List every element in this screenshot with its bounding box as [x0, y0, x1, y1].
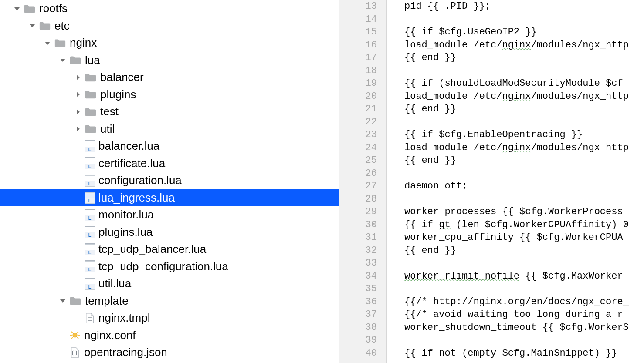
lua-icon	[85, 226, 95, 238]
code-line[interactable]: {{/* avoid waiting too long during a r	[404, 308, 644, 321]
code-line[interactable]: load_module /etc/nginx/modules/ngx_http	[404, 141, 644, 155]
disclosure-expanded-icon[interactable]	[59, 56, 67, 64]
code-line[interactable]: {{ end }}	[404, 244, 644, 257]
tree-row-tcp-udp-balancer-lua[interactable]: tcp_udp_balancer.lua	[0, 241, 339, 258]
code-text: pid {{ .PID }};	[404, 1, 491, 12]
code-line[interactable]	[404, 257, 644, 270]
code-line[interactable]: {{ end }}	[404, 154, 644, 167]
tree-row-etc[interactable]: etc	[0, 17, 339, 35]
code-line[interactable]: {{ end }}	[404, 103, 644, 116]
code-line[interactable]: worker_cpu_affinity {{ $cfg.WorkerCPUA	[404, 231, 644, 244]
code-line[interactable]: {{ if (shouldLoadModSecurityModule $cf	[404, 77, 644, 90]
code-line[interactable]: {{ if not (empty $cfg.MainSnippet) }}	[404, 347, 644, 360]
lua-icon	[85, 140, 95, 152]
code-text: {{ if not (empty $cfg.MainSnippet) }}	[404, 348, 617, 359]
disclosure-expanded-icon[interactable]	[59, 297, 67, 305]
code-line[interactable]	[404, 334, 644, 347]
gutter-line-number: 16	[339, 39, 386, 52]
code-line[interactable]	[404, 13, 644, 26]
editor-code-area[interactable]: pid {{ .PID }}; {{ if $cfg.UseGeoIP2 }}l…	[387, 0, 644, 363]
gutter-line-number: 31	[339, 231, 386, 244]
gutter-line-number: 28	[339, 193, 386, 206]
gutter-line-number: 14	[339, 13, 386, 26]
code-text: {{ if $cfg.UseGeoIP2 }}	[404, 27, 537, 37]
disclosure-expanded-icon[interactable]	[28, 22, 36, 30]
tree-row-balancer-lua[interactable]: balancer.lua	[0, 138, 339, 155]
tree-row-tcp-udp-configuration-lua[interactable]: tcp_udp_configuration.lua	[0, 258, 339, 276]
tree-row-opentracing-json[interactable]: opentracing.json	[0, 344, 339, 361]
lua-icon	[85, 157, 95, 169]
gutter-line-number: 18	[339, 64, 386, 77]
tree-row-template[interactable]: template	[0, 292, 339, 310]
code-line[interactable]	[404, 64, 644, 77]
code-line[interactable]: {{ if $cfg.UseGeoIP2 }}	[404, 26, 644, 39]
gutter-line-number: 13	[339, 0, 386, 13]
tree-row-monitor-lua[interactable]: monitor.lua	[0, 206, 339, 224]
tree-row-nginx[interactable]: nginx	[0, 34, 339, 52]
code-text: worker_cpu_affinity {{ $cfg.WorkerCPUA	[404, 232, 623, 243]
code-text: {{/* http://nginx.org/en/docs/ngx_core_	[404, 296, 629, 307]
code-line[interactable]	[404, 167, 644, 180]
conf-icon	[69, 329, 81, 341]
gutter-line-number: 17	[339, 51, 386, 64]
disclosure-expanded-icon[interactable]	[44, 39, 51, 47]
folder-icon	[24, 3, 36, 15]
disclosure-collapsed-icon[interactable]	[74, 125, 82, 133]
tree-row-nginx-tmpl[interactable]: nginx.tmpl	[0, 309, 339, 327]
gutter-line-number: 27	[339, 180, 386, 193]
code-line[interactable]: {{/* http://nginx.org/en/docs/ngx_core_	[404, 296, 644, 309]
disclosure-collapsed-icon[interactable]	[74, 74, 82, 81]
code-text: {{ if $cfg.EnableOpentracing }}	[404, 129, 583, 140]
gutter-line-number: 37	[339, 308, 386, 321]
tree-row-plugins[interactable]: plugins	[0, 86, 339, 104]
gutter-line-number: 25	[339, 154, 386, 167]
editor-panel: 1314151617181920212223242526272829303132…	[339, 0, 644, 363]
tree-row-plugins-lua[interactable]: plugins.lua	[0, 224, 339, 241]
tree-row-util-lua[interactable]: util.lua	[0, 275, 339, 292]
code-line[interactable]: load_module /etc/nginx/modules/ngx_http	[404, 39, 644, 52]
gutter-line-number: 35	[339, 282, 386, 296]
code-line[interactable]: worker_shutdown_timeout {{ $cfg.WorkerS	[404, 321, 644, 334]
tree-item-label: nginx.tmpl	[98, 311, 150, 325]
code-line[interactable]	[404, 282, 644, 296]
code-line[interactable]: {{ if $cfg.EnableOpentracing }}	[404, 128, 644, 141]
disclosure-expanded-icon[interactable]	[13, 5, 21, 13]
code-text: {{/* avoid waiting too long during a r	[404, 309, 623, 320]
tree-row-lua[interactable]: lua	[0, 52, 339, 69]
code-line[interactable]: {{ if gt (len $cfg.WorkerCPUAffinity) 0	[404, 218, 644, 232]
gutter-line-number: 24	[339, 141, 386, 155]
code-line[interactable]	[404, 116, 644, 129]
tree-row-test[interactable]: test	[0, 103, 339, 121]
code-line[interactable]	[404, 193, 644, 206]
code-line[interactable]: {{ end }}	[404, 51, 644, 64]
tree-row-util[interactable]: util	[0, 121, 339, 138]
gutter-line-number: 26	[339, 167, 386, 180]
code-line[interactable]: daemon off;	[404, 180, 644, 193]
tree-row-rootfs[interactable]: rootfs	[0, 0, 339, 17]
tree-row-lua-ingress-lua[interactable]: lua_ingress.lua	[0, 189, 339, 207]
disclosure-collapsed-icon[interactable]	[74, 108, 82, 116]
tree-row-balancer[interactable]: balancer	[0, 69, 339, 86]
file-tree-panel[interactable]: rootfsetcnginxluabalancerpluginstestutil…	[0, 0, 339, 363]
code-warning-text: nginx	[502, 142, 531, 153]
code-text: {{ if	[404, 219, 439, 230]
code-line[interactable]: load_module /etc/nginx/modules/ngx_http	[404, 90, 644, 103]
code-line[interactable]: pid {{ .PID }};	[404, 0, 644, 13]
code-text: worker_processes {{ $cfg.WorkerProcess	[404, 206, 623, 217]
code-text: {{ end }}	[404, 52, 456, 63]
tree-item-label: nginx.conf	[84, 329, 136, 342]
tree-row-nginx-conf[interactable]: nginx.conf	[0, 327, 339, 344]
tree-row-certificate-lua[interactable]: certificate.lua	[0, 155, 339, 172]
tree-item-label: template	[85, 294, 129, 308]
folder-icon	[85, 106, 97, 118]
code-line[interactable]: worker_rlimit_nofile {{ $cfg.MaxWorker	[404, 270, 644, 283]
folder-icon	[85, 71, 97, 84]
gutter-line-number: 20	[339, 90, 386, 103]
disclosure-collapsed-icon[interactable]	[74, 91, 82, 98]
folder-icon	[39, 20, 51, 32]
tree-row-configuration-lua[interactable]: configuration.lua	[0, 172, 339, 189]
folder-icon	[85, 123, 97, 135]
code-line[interactable]: worker_processes {{ $cfg.WorkerProcess	[404, 205, 644, 218]
tree-item-label: util.lua	[98, 277, 131, 290]
folder-icon	[54, 37, 66, 49]
